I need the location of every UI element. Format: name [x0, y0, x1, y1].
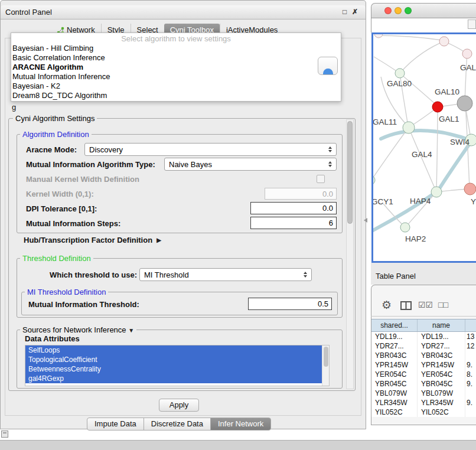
cell-name[interactable]: YBL079W	[418, 389, 465, 398]
network-node[interactable]	[400, 223, 410, 232]
cell-value[interactable]	[465, 389, 476, 398]
cell-value[interactable]: 8.	[465, 370, 476, 379]
algorithm-item[interactable]: Mutual Information Inference	[11, 72, 341, 81]
gear-icon[interactable]: ⚙	[382, 298, 392, 312]
list-item[interactable]: TopologicalCoefficient	[25, 355, 322, 364]
tab-infer-network[interactable]: Infer Network	[210, 418, 271, 431]
cell-value[interactable]	[465, 407, 476, 417]
scroll-arrow-button[interactable]	[468, 19, 476, 29]
divider-collapse-icon[interactable]	[364, 218, 367, 223]
mac-minimize-icon[interactable]	[395, 7, 402, 14]
column-header[interactable]: shared...	[371, 319, 418, 331]
cell-shared-name[interactable]: YBR043C	[371, 351, 418, 360]
settings-scrollbar[interactable]	[346, 119, 354, 389]
tab-discretize-data[interactable]: Discretize Data	[144, 418, 211, 431]
network-node[interactable]	[439, 37, 449, 46]
cell-name[interactable]: YBR045C	[418, 379, 465, 389]
hidden-panel-icon[interactable]	[1, 431, 8, 438]
network-window-toolbar	[371, 18, 476, 32]
cell-name[interactable]: YLR345W	[418, 398, 465, 407]
list-item[interactable]: SelfLoops	[25, 345, 322, 355]
list-scrollbar[interactable]	[322, 345, 329, 386]
table-row[interactable]: YER054C YER054C 8.	[371, 370, 476, 379]
table-row[interactable]: YIL052C YIL052C	[371, 407, 476, 417]
network-node[interactable]	[462, 49, 472, 58]
close-window-icon[interactable]: ✗	[352, 7, 358, 17]
list-item[interactable]: gal4RGexp	[25, 374, 322, 383]
algorithm-item[interactable]: Basic Correlation Inference	[11, 53, 341, 63]
algorithm-item[interactable]: Bayesian - Hill Climbing	[11, 44, 341, 53]
node-label: Y	[471, 197, 476, 206]
cell-name[interactable]: YIL052C	[418, 407, 465, 417]
mi-type-label: Mutual Information Algorithm Type:	[26, 160, 155, 169]
cell-name[interactable]: YPR145W	[418, 360, 465, 370]
help-button-partial[interactable]	[318, 57, 338, 75]
cell-shared-name[interactable]: YDL19...	[371, 332, 418, 341]
cell-shared-name[interactable]: YLR345W	[371, 398, 418, 407]
cell-name[interactable]: YBR043C	[418, 351, 465, 360]
hub-factor-expander[interactable]: Hub/Transcription Factor Definition ▶	[24, 236, 161, 244]
list-scrollbar-thumb[interactable]	[324, 347, 328, 367]
table-row[interactable]: YBL079W YBL079W	[371, 389, 476, 398]
cell-name[interactable]: YER054C	[418, 370, 465, 379]
column-header[interactable]: name	[418, 319, 465, 331]
mac-close-icon[interactable]	[384, 7, 392, 14]
cell-shared-name[interactable]: YDR27...	[371, 341, 418, 351]
network-node-salmon[interactable]	[464, 183, 476, 195]
cell-shared-name[interactable]: YBR045C	[371, 379, 418, 389]
mi-threshold-field[interactable]	[248, 298, 332, 310]
algorithm-placeholder-item[interactable]: Select algorithm to view settings	[11, 34, 341, 44]
algorithm-item-selected[interactable]: ARACNE Algorithm	[11, 63, 341, 72]
cell-shared-name[interactable]: YBL079W	[371, 389, 418, 398]
table-row[interactable]: YBR045C YBR045C 9.	[371, 379, 476, 389]
table-row[interactable]: YLR345W YLR345W 9.	[371, 398, 476, 407]
aracne-mode-select[interactable]: Discovery	[84, 143, 337, 156]
apply-button[interactable]: Apply	[159, 399, 199, 412]
cell-value[interactable]: 9.	[465, 360, 476, 370]
cell-name[interactable]: YDR27...	[418, 341, 465, 351]
manual-kernel-checkbox[interactable]	[317, 175, 325, 183]
cell-value[interactable]: 9.	[465, 398, 476, 407]
mac-zoom-icon[interactable]	[405, 7, 412, 14]
dpi-tolerance-field[interactable]	[250, 202, 337, 214]
unchecked-columns-icon[interactable]: □□	[438, 300, 448, 309]
network-node-gray[interactable]	[457, 96, 472, 111]
table-row[interactable]: YDR27... YDR27... 12	[371, 341, 476, 351]
network-node[interactable]	[374, 34, 383, 38]
table-row[interactable]: YBR043C YBR043C	[371, 351, 476, 360]
which-threshold-select[interactable]: MI Threshold	[139, 268, 312, 281]
columns-icon[interactable]	[400, 301, 412, 311]
mi-type-select[interactable]: Naive Bayes	[164, 158, 337, 171]
network-node[interactable]	[395, 69, 405, 78]
cell-value[interactable]: 12	[465, 341, 476, 351]
kernel-width-field[interactable]	[265, 188, 337, 200]
cell-value[interactable]: 13	[465, 332, 476, 341]
network-node[interactable]	[403, 122, 415, 133]
sources-expander[interactable]: Sources for Network Inference ▼	[20, 325, 136, 334]
data-attributes-list[interactable]: SelfLoops TopologicalCoefficient Between…	[25, 345, 330, 386]
settings-scrollbar-thumb[interactable]	[347, 121, 353, 224]
algorithm-item[interactable]: Bayesian - K2	[11, 81, 341, 91]
column-header[interactable]	[465, 319, 476, 331]
cell-value[interactable]: 9.	[465, 379, 476, 389]
mi-steps-field[interactable]	[250, 217, 337, 229]
network-node[interactable]	[431, 187, 442, 197]
network-node[interactable]	[373, 175, 375, 185]
cell-name[interactable]: YDL19...	[418, 332, 465, 341]
which-threshold-label: Which threshold to use:	[50, 270, 137, 279]
network-view[interactable]: GAL GAL80 GAL10 GAL11 GAL1 SWI4 GAL4 GCY…	[371, 32, 476, 263]
checked-columns-icon[interactable]: ☑☑	[418, 300, 433, 309]
cell-shared-name[interactable]: YIL052C	[371, 407, 418, 417]
algorithm-item[interactable]: Dream8 DC_TDC Algorithm	[11, 91, 341, 100]
cell-shared-name[interactable]: YER054C	[371, 370, 418, 379]
table-row[interactable]: YPR145W YPR145W 9.	[371, 360, 476, 370]
cell-value[interactable]	[465, 351, 476, 360]
cell-shared-name[interactable]: YPR145W	[371, 360, 418, 370]
node-label: GAL80	[387, 79, 412, 88]
mi-threshold-group-title: MI Threshold Definition	[25, 288, 108, 296]
tab-impute-data[interactable]: Impute Data	[87, 418, 144, 431]
list-item[interactable]: BetweennessCentrality	[25, 364, 322, 374]
network-node-selected-red[interactable]	[432, 102, 443, 112]
table-row[interactable]: YDL19... YDL19... 13	[371, 332, 476, 341]
float-window-icon[interactable]: □	[343, 7, 347, 17]
